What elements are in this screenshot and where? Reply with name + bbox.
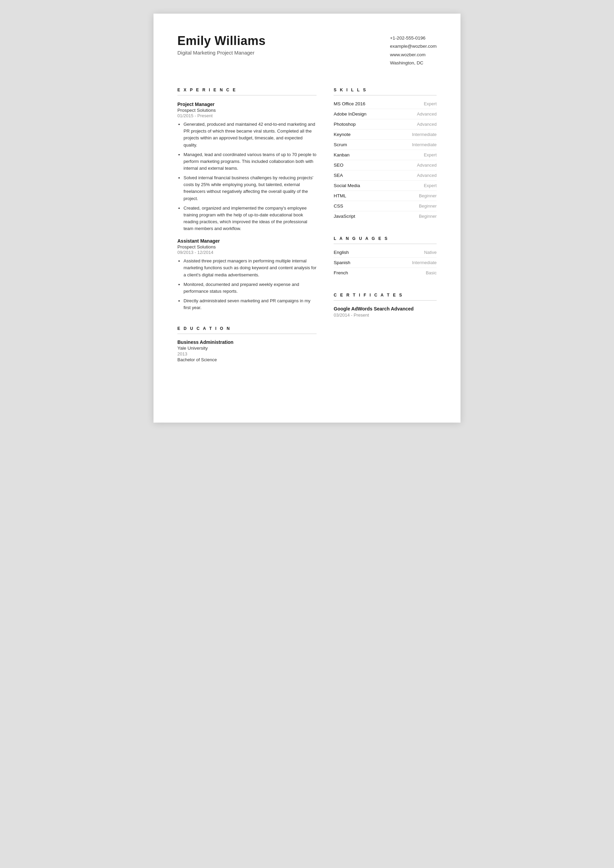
contact-location: Washington, DC bbox=[390, 59, 437, 67]
skill-scrum: Scrum Intermediate bbox=[334, 140, 437, 150]
job-2-bullets: Assisted three project managers in perfo… bbox=[177, 257, 317, 311]
languages-title: L A N G U A G E S bbox=[334, 236, 437, 244]
skill-adobe-indesign: Adobe InDesign Advanced bbox=[334, 109, 437, 119]
job-2-bullet-3: Directly administrated seven marketing a… bbox=[183, 298, 317, 311]
job-1-company: Prospect Solutions bbox=[177, 108, 317, 113]
skill-javascript-name: JavaScript bbox=[334, 214, 355, 219]
skill-keynote-level: Intermediate bbox=[412, 132, 437, 137]
skill-scrum-level: Intermediate bbox=[412, 142, 437, 147]
cert-1: Google AdWords Search Advanced 03/2014 -… bbox=[334, 306, 437, 318]
job-2-title: Assistant Manager bbox=[177, 238, 317, 244]
cert-1-name: Google AdWords Search Advanced bbox=[334, 306, 437, 312]
skills-title: S K I L L S bbox=[334, 88, 437, 95]
education-title: E D U C A T I O N bbox=[177, 326, 317, 334]
skill-kanban-level: Expert bbox=[424, 152, 437, 157]
resume-page: Emily Williams Digital Marketing Project… bbox=[154, 14, 460, 423]
right-column: S K I L L S MS Office 2016 Expert Adobe … bbox=[334, 88, 437, 377]
main-content: E X P E R I E N C E Project Manager Pros… bbox=[177, 88, 437, 377]
job-1-bullet-2: Managed, lead and coordinated various te… bbox=[183, 151, 317, 172]
lang-french-level: Basic bbox=[426, 270, 437, 275]
skills-section: S K I L L S MS Office 2016 Expert Adobe … bbox=[334, 88, 437, 221]
skill-photoshop-name: Photoshop bbox=[334, 122, 356, 127]
header-contact: +1-202-555-0196 example@wozber.com www.w… bbox=[390, 34, 437, 67]
skill-adobe-indesign-level: Advanced bbox=[417, 112, 437, 116]
skill-javascript: JavaScript Beginner bbox=[334, 211, 437, 221]
edu-1: Business Administration Yale University … bbox=[177, 339, 317, 362]
skill-social-media-name: Social Media bbox=[334, 183, 360, 188]
edu-1-school: Yale University bbox=[177, 346, 317, 351]
skill-social-media-level: Expert bbox=[424, 183, 437, 188]
cert-1-dates: 03/2014 - Present bbox=[334, 313, 437, 318]
lang-spanish: Spanish Intermediate bbox=[334, 257, 437, 268]
contact-phone: +1-202-555-0196 bbox=[390, 34, 437, 42]
skill-adobe-indesign-name: Adobe InDesign bbox=[334, 112, 366, 116]
skill-ms-office: MS Office 2016 Expert bbox=[334, 99, 437, 109]
job-1-bullet-3: Solved internal financial business chall… bbox=[183, 175, 317, 202]
skill-seo-name: SEO bbox=[334, 163, 344, 168]
skill-ms-office-name: MS Office 2016 bbox=[334, 101, 365, 106]
header: Emily Williams Digital Marketing Project… bbox=[177, 34, 437, 67]
contact-email: example@wozber.com bbox=[390, 42, 437, 50]
skill-css: CSS Beginner bbox=[334, 201, 437, 211]
education-section: E D U C A T I O N Business Administratio… bbox=[177, 326, 317, 362]
lang-english: English Native bbox=[334, 247, 437, 257]
skill-sea: SEA Advanced bbox=[334, 170, 437, 181]
lang-spanish-name: Spanish bbox=[334, 260, 350, 265]
edu-1-type: Bachelor of Science bbox=[177, 357, 317, 362]
job-2-bullet-1: Assisted three project managers in perfo… bbox=[183, 257, 317, 278]
skill-html-name: HTML bbox=[334, 193, 346, 198]
edu-1-degree: Business Administration bbox=[177, 339, 317, 345]
contact-website: www.wozber.com bbox=[390, 51, 437, 59]
skill-javascript-level: Beginner bbox=[419, 214, 437, 219]
lang-french-name: French bbox=[334, 270, 348, 275]
job-2-dates: 09/2013 - 12/2014 bbox=[177, 250, 317, 255]
job-1-dates: 01/2015 - Present bbox=[177, 113, 317, 118]
job-2-company: Prospect Solutions bbox=[177, 244, 317, 250]
skill-html-level: Beginner bbox=[419, 193, 437, 198]
skill-keynote-name: Keynote bbox=[334, 132, 351, 137]
lang-english-name: English bbox=[334, 250, 349, 255]
job-1-bullets: Generated, produced and maintained 42 en… bbox=[177, 121, 317, 232]
skill-seo-level: Advanced bbox=[417, 163, 437, 168]
job-1-bullet-4: Created, organized and implemented the c… bbox=[183, 205, 317, 232]
skill-photoshop: Photoshop Advanced bbox=[334, 119, 437, 130]
experience-title: E X P E R I E N C E bbox=[177, 88, 317, 95]
job-1-bullet-1: Generated, produced and maintained 42 en… bbox=[183, 121, 317, 149]
candidate-title: Digital Marketing Project Manager bbox=[177, 50, 390, 56]
skill-sea-name: SEA bbox=[334, 173, 343, 178]
lang-french: French Basic bbox=[334, 268, 437, 278]
job-2-bullet-2: Monitored, documented and prepared weekl… bbox=[183, 281, 317, 295]
edu-1-year: 2013 bbox=[177, 351, 317, 356]
experience-section: E X P E R I E N C E Project Manager Pros… bbox=[177, 88, 317, 311]
skill-kanban: Kanban Expert bbox=[334, 150, 437, 160]
left-column: E X P E R I E N C E Project Manager Pros… bbox=[177, 88, 317, 377]
skill-ms-office-level: Expert bbox=[424, 101, 437, 106]
candidate-name: Emily Williams bbox=[177, 34, 390, 48]
languages-section: L A N G U A G E S English Native Spanish… bbox=[334, 236, 437, 278]
skill-keynote: Keynote Intermediate bbox=[334, 130, 437, 140]
lang-english-level: Native bbox=[424, 250, 437, 255]
header-left: Emily Williams Digital Marketing Project… bbox=[177, 34, 390, 56]
skill-css-name: CSS bbox=[334, 203, 343, 209]
certificates-title: C E R T I F I C A T E S bbox=[334, 293, 437, 301]
job-1: Project Manager Prospect Solutions 01/20… bbox=[177, 102, 317, 232]
certificates-section: C E R T I F I C A T E S Google AdWords S… bbox=[334, 293, 437, 318]
skill-photoshop-level: Advanced bbox=[417, 122, 437, 127]
lang-spanish-level: Intermediate bbox=[412, 260, 437, 265]
skill-css-level: Beginner bbox=[419, 203, 437, 209]
skill-scrum-name: Scrum bbox=[334, 142, 347, 147]
skill-sea-level: Advanced bbox=[417, 173, 437, 178]
skill-kanban-name: Kanban bbox=[334, 152, 350, 157]
job-1-title: Project Manager bbox=[177, 102, 317, 107]
skill-social-media: Social Media Expert bbox=[334, 181, 437, 191]
skill-seo: SEO Advanced bbox=[334, 160, 437, 170]
skill-html: HTML Beginner bbox=[334, 191, 437, 201]
job-2: Assistant Manager Prospect Solutions 09/… bbox=[177, 238, 317, 311]
